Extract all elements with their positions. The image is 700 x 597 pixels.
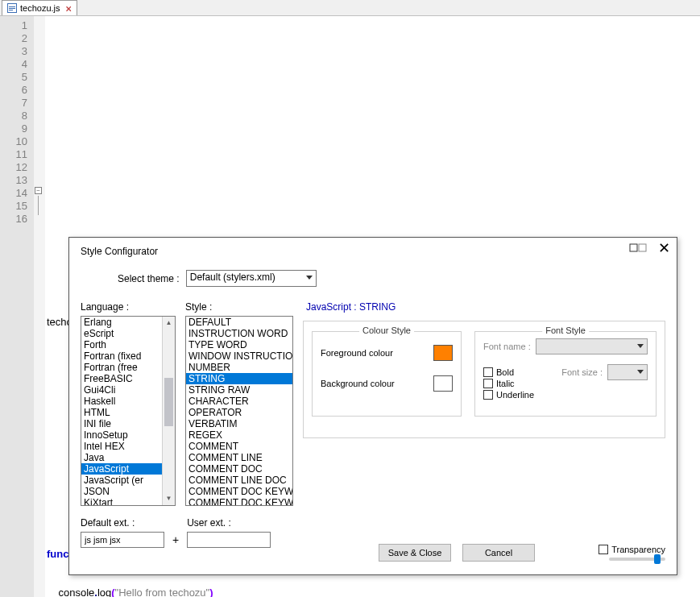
dialog-title: Style Configurator — [81, 246, 665, 257]
code-console: console — [58, 587, 94, 597]
maximize-icon[interactable] — [629, 243, 647, 254]
save-close-button[interactable]: Save & Close — [379, 544, 451, 562]
svg-rect-6 — [639, 244, 646, 251]
fold-guide — [38, 196, 39, 215]
font-size-select[interactable] — [607, 364, 648, 380]
list-item[interactable]: COMMENT — [186, 441, 292, 452]
style-configurator-dialog: Style Configurator ✕ Select theme : Defa… — [68, 237, 677, 575]
scroll-up-icon[interactable]: ▲ — [163, 317, 175, 330]
list-item[interactable]: REGEX — [186, 429, 292, 441]
list-item[interactable]: HTML — [81, 407, 162, 418]
colour-group-title: Colour Style — [359, 325, 414, 335]
fold-column[interactable]: − — [34, 16, 45, 597]
list-item[interactable]: JavaScript — [81, 463, 162, 475]
transparency-label: Transparency — [611, 545, 665, 554]
fold-toggle[interactable]: − — [35, 187, 42, 194]
list-item[interactable]: JSON — [81, 486, 162, 497]
user-ext-label: User ext. : — [187, 517, 271, 529]
bold-label: Bold — [496, 367, 514, 377]
scroll-down-icon[interactable]: ▼ — [163, 492, 175, 505]
list-item[interactable]: JavaScript (er — [81, 475, 162, 486]
list-item[interactable]: INI file — [81, 418, 162, 429]
italic-checkbox[interactable] — [483, 379, 493, 388]
fg-colour-label: Foreground colour — [321, 348, 427, 358]
svg-rect-3 — [9, 8, 15, 9]
style-listbox[interactable]: DEFAULTINSTRUCTION WORDTYPE WORDWINDOW I… — [185, 316, 293, 506]
line-number-gutter: 12345678910111213141516 — [0, 16, 34, 597]
language-label: Language : — [81, 301, 176, 313]
list-item[interactable]: Intel HEX — [81, 441, 162, 452]
list-item[interactable]: InnoSetup — [81, 429, 162, 441]
list-item[interactable]: COMMENT LINE — [186, 452, 292, 463]
list-item[interactable]: COMMENT DOC KEYWO — [186, 497, 292, 506]
transparency-checkbox[interactable] — [599, 545, 608, 554]
list-item[interactable]: STRING — [186, 373, 292, 384]
italic-label: Italic — [496, 379, 515, 388]
theme-label: Select theme : — [118, 273, 180, 284]
bg-colour-label: Background colour — [321, 379, 427, 388]
foreground-colour-swatch[interactable] — [433, 345, 453, 361]
chevron-down-icon — [306, 276, 313, 280]
cancel-button[interactable]: Cancel — [462, 544, 535, 562]
list-item[interactable]: STRING RAW — [186, 384, 292, 396]
list-item[interactable]: Haskell — [81, 396, 162, 407]
tab-filename: techozu.js — [20, 3, 60, 13]
underline-checkbox[interactable] — [483, 390, 493, 400]
list-item[interactable]: COMMENT LINE DOC — [186, 475, 292, 486]
js-file-icon — [7, 3, 17, 13]
theme-select[interactable]: Default (stylers.xml) — [186, 270, 317, 287]
scrollbar[interactable]: ▲ ▼ — [162, 317, 175, 505]
font-size-label: Font size : — [561, 367, 603, 377]
tab-close-icon[interactable]: ⨯ — [65, 4, 72, 13]
close-icon[interactable]: ✕ — [658, 243, 670, 254]
theme-value: Default (stylers.xml) — [190, 272, 275, 283]
list-item[interactable]: CHARACTER — [186, 396, 292, 407]
code-log: log — [97, 587, 111, 597]
list-item[interactable]: Fortran (free — [81, 362, 162, 373]
list-item[interactable]: WINDOW INSTRUCTIO — [186, 350, 292, 362]
language-listbox[interactable]: ErlangeScriptForthFortran (fixedFortran … — [81, 316, 176, 506]
file-tab[interactable]: techozu.js ⨯ — [2, 0, 77, 15]
chevron-down-icon — [637, 344, 644, 348]
list-item[interactable]: Forth — [81, 339, 162, 350]
svg-rect-2 — [9, 6, 15, 7]
list-item[interactable]: VERBATIM — [186, 418, 292, 429]
scroll-thumb[interactable] — [164, 378, 173, 426]
list-item[interactable]: Java — [81, 452, 162, 463]
list-item[interactable]: COMMENT DOC KEYWO — [186, 486, 292, 497]
style-heading: JavaScript : STRING — [306, 301, 665, 313]
list-item[interactable]: TYPE WORD — [186, 339, 292, 350]
font-group-title: Font Style — [542, 325, 589, 335]
default-ext-label: Default ext. : — [81, 517, 164, 529]
svg-rect-5 — [630, 244, 637, 251]
list-item[interactable]: NUMBER — [186, 362, 292, 373]
list-item[interactable]: eScript — [81, 328, 162, 339]
code-string: "Hello from techozu" — [115, 587, 210, 597]
list-item[interactable]: OPERATOR — [186, 407, 292, 418]
list-item[interactable]: INSTRUCTION WORD — [186, 328, 292, 339]
list-item[interactable]: DEFAULT — [186, 317, 292, 328]
list-item[interactable]: Fortran (fixed — [81, 350, 162, 362]
list-item[interactable]: FreeBASIC — [81, 373, 162, 384]
bold-checkbox[interactable] — [483, 367, 493, 377]
style-label: Style : — [185, 301, 293, 313]
font-name-label: Font name : — [483, 342, 531, 351]
transparency-slider[interactable] — [609, 558, 665, 561]
svg-rect-4 — [9, 10, 13, 10]
list-item[interactable]: COMMENT DOC — [186, 463, 292, 475]
underline-label: Underline — [496, 390, 534, 400]
font-name-select[interactable] — [536, 338, 648, 354]
list-item[interactable]: Gui4Cli — [81, 384, 162, 396]
slider-thumb[interactable] — [654, 554, 661, 564]
background-colour-swatch[interactable] — [433, 375, 453, 392]
list-item[interactable]: Erlang — [81, 317, 162, 328]
list-item[interactable]: KiXtart — [81, 497, 162, 506]
chevron-down-icon — [637, 370, 644, 374]
